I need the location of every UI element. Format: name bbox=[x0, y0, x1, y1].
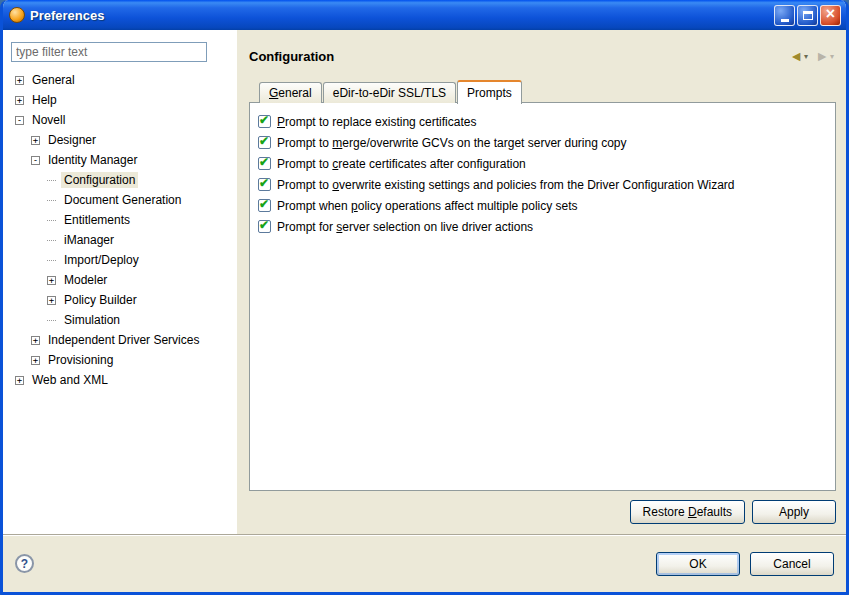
ok-button[interactable]: OK bbox=[656, 552, 740, 576]
prompt-option-label: Prompt to replace existing certificates bbox=[277, 115, 476, 129]
minimize-button[interactable] bbox=[774, 5, 795, 26]
checkbox-checked-icon[interactable] bbox=[258, 157, 271, 170]
tree-item-label: Independent Driver Services bbox=[45, 332, 202, 348]
tab-label: eDir-to-eDir SSL/TLS bbox=[333, 86, 446, 100]
tree-item[interactable]: Entitlements bbox=[11, 210, 229, 230]
prompt-option-row[interactable]: Prompt to overwrite existing settings an… bbox=[258, 174, 827, 195]
tree-item[interactable]: Simulation bbox=[11, 310, 229, 330]
expand-icon[interactable]: + bbox=[47, 276, 56, 285]
prompt-option-row[interactable]: Prompt to merge/overwrite GCVs on the ta… bbox=[258, 132, 827, 153]
tab-edir-to-edir-ssl-tls[interactable]: eDir-to-eDir SSL/TLS bbox=[323, 82, 456, 103]
restore-defaults-button[interactable]: Restore Defaults bbox=[630, 500, 745, 524]
action-row: Restore Defaults Apply bbox=[249, 500, 836, 524]
tree-item-label: Policy Builder bbox=[61, 292, 140, 308]
help-button[interactable]: ? bbox=[15, 554, 34, 573]
header-nav: ◄ ▾ ► ▾ bbox=[787, 48, 836, 64]
back-dropdown-caret-icon: ▾ bbox=[804, 52, 808, 61]
tree-item-label: Import/Deploy bbox=[61, 252, 142, 268]
prompt-option-label: Prompt to overwrite existing settings an… bbox=[277, 178, 735, 192]
checkbox-checked-icon[interactable] bbox=[258, 115, 271, 128]
maximize-icon bbox=[803, 11, 813, 20]
tree-item-label: General bbox=[29, 72, 78, 88]
window-title: Preferences bbox=[30, 8, 772, 23]
tree-connector bbox=[47, 220, 56, 221]
tab-prompts[interactable]: Prompts bbox=[457, 80, 522, 104]
expand-icon[interactable]: + bbox=[15, 96, 24, 105]
tree-item[interactable]: - Novell bbox=[11, 110, 229, 130]
back-button[interactable]: ◄ ▾ bbox=[787, 48, 810, 64]
tab-label: Prompts bbox=[467, 86, 512, 100]
tree-item-label: Provisioning bbox=[45, 352, 116, 368]
tree-item-label: Modeler bbox=[61, 272, 110, 288]
tab-bar: General eDir-to-eDir SSL/TLS Prompts bbox=[249, 80, 836, 103]
prompt-option-label: Prompt to merge/overwrite GCVs on the ta… bbox=[277, 136, 627, 150]
tree-connector bbox=[47, 200, 56, 201]
tree-item[interactable]: + Independent Driver Services bbox=[11, 330, 229, 350]
titlebar: Preferences × bbox=[3, 0, 846, 30]
prompts-panel: Prompt to replace existing certificates … bbox=[249, 102, 836, 491]
tree-item[interactable]: + Designer bbox=[11, 130, 229, 150]
forward-button[interactable]: ► ▾ bbox=[813, 48, 836, 64]
tree-item[interactable]: + Modeler bbox=[11, 270, 229, 290]
prompt-option-label: Prompt to create certificates after conf… bbox=[277, 157, 526, 171]
main-area: + General + Help - Novell + Designer - I… bbox=[3, 30, 846, 534]
tree-item[interactable]: + General bbox=[11, 70, 229, 90]
expand-icon[interactable]: + bbox=[31, 356, 40, 365]
tree-item[interactable]: + Provisioning bbox=[11, 350, 229, 370]
tree-connector bbox=[47, 240, 56, 241]
expand-icon[interactable]: + bbox=[31, 136, 40, 145]
tree-connector bbox=[47, 260, 56, 261]
tree-item[interactable]: Import/Deploy bbox=[11, 250, 229, 270]
tree-item[interactable]: iManager bbox=[11, 230, 229, 250]
tab-general[interactable]: General bbox=[259, 82, 322, 103]
preferences-tree: + General + Help - Novell + Designer - I… bbox=[11, 70, 229, 390]
checkbox-checked-icon[interactable] bbox=[258, 178, 271, 191]
preferences-window: Preferences × + General + Help - Novell … bbox=[0, 0, 849, 595]
prompt-option-row[interactable]: Prompt for server selection on live driv… bbox=[258, 216, 827, 237]
tree-item-label: Help bbox=[29, 92, 60, 108]
prompt-option-row[interactable]: Prompt when policy operations affect mul… bbox=[258, 195, 827, 216]
tree-item-label: Entitlements bbox=[61, 212, 133, 228]
tree-item[interactable]: Configuration bbox=[11, 170, 229, 190]
tree-item-label: Configuration bbox=[61, 172, 138, 188]
checkbox-checked-icon[interactable] bbox=[258, 199, 271, 212]
prompt-option-row[interactable]: Prompt to replace existing certificates bbox=[258, 111, 827, 132]
cancel-button[interactable]: Cancel bbox=[750, 552, 834, 576]
close-button[interactable]: × bbox=[820, 5, 841, 26]
tree-item-label: Web and XML bbox=[29, 372, 111, 388]
checkbox-checked-icon[interactable] bbox=[258, 220, 271, 233]
close-icon: × bbox=[826, 6, 835, 22]
tree-item[interactable]: + Web and XML bbox=[11, 370, 229, 390]
tree-item[interactable]: + Help bbox=[11, 90, 229, 110]
forward-icon: ► bbox=[815, 49, 829, 63]
collapse-icon[interactable]: - bbox=[15, 116, 24, 125]
prompt-option-label: Prompt when policy operations affect mul… bbox=[277, 199, 578, 213]
filter-input[interactable] bbox=[11, 42, 207, 62]
tab-label: General bbox=[269, 86, 312, 100]
bottom-bar: ? OK Cancel bbox=[3, 534, 846, 592]
tree-connector bbox=[47, 180, 56, 181]
expand-icon[interactable]: + bbox=[15, 376, 24, 385]
left-pane: + General + Help - Novell + Designer - I… bbox=[3, 30, 237, 534]
prompt-option-label: Prompt for server selection on live driv… bbox=[277, 220, 533, 234]
apply-button[interactable]: Apply bbox=[752, 500, 836, 524]
prompt-option-row[interactable]: Prompt to create certificates after conf… bbox=[258, 153, 827, 174]
app-icon bbox=[9, 7, 25, 23]
tree-item-label: Document Generation bbox=[61, 192, 184, 208]
prompt-list: Prompt to replace existing certificates … bbox=[258, 111, 827, 237]
tree-item-label: Simulation bbox=[61, 312, 123, 328]
expand-icon[interactable]: + bbox=[31, 336, 40, 345]
tree-item[interactable]: - Identity Manager bbox=[11, 150, 229, 170]
checkbox-checked-icon[interactable] bbox=[258, 136, 271, 149]
forward-dropdown-caret-icon: ▾ bbox=[830, 52, 834, 61]
tree-item[interactable]: + Policy Builder bbox=[11, 290, 229, 310]
content-header: Configuration ◄ ▾ ► ▾ bbox=[249, 44, 836, 68]
page-title: Configuration bbox=[249, 49, 787, 64]
expand-icon[interactable]: + bbox=[47, 296, 56, 305]
expand-icon[interactable]: + bbox=[15, 76, 24, 85]
maximize-button[interactable] bbox=[797, 5, 818, 26]
tree-item[interactable]: Document Generation bbox=[11, 190, 229, 210]
tree-item-label: Novell bbox=[29, 112, 68, 128]
minimize-icon bbox=[781, 19, 789, 22]
collapse-icon[interactable]: - bbox=[31, 156, 40, 165]
